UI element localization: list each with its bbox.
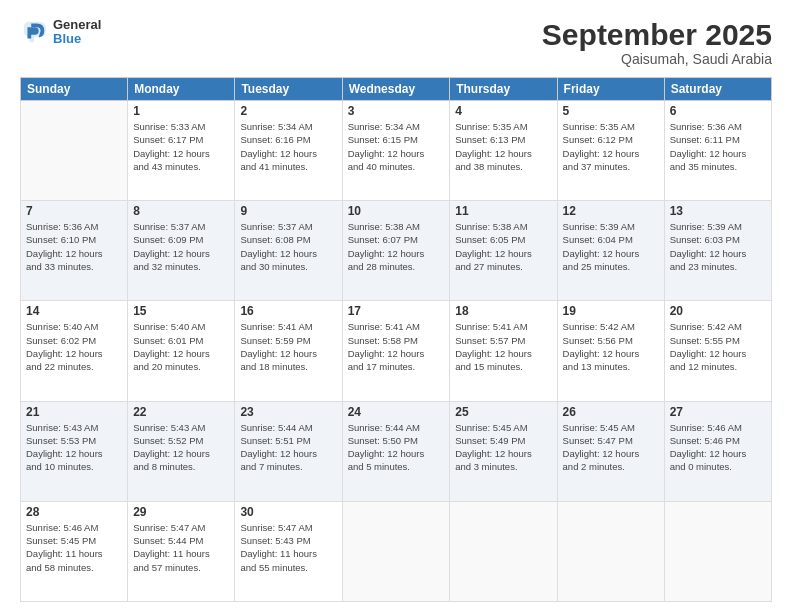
day-number: 25 bbox=[455, 405, 551, 419]
day-info: Sunrise: 5:43 AM Sunset: 5:53 PM Dayligh… bbox=[26, 421, 122, 474]
day-number: 21 bbox=[26, 405, 122, 419]
calendar-table: SundayMondayTuesdayWednesdayThursdayFrid… bbox=[20, 77, 772, 602]
calendar-cell bbox=[664, 501, 771, 601]
calendar-cell: 19Sunrise: 5:42 AM Sunset: 5:56 PM Dayli… bbox=[557, 301, 664, 401]
calendar-cell: 8Sunrise: 5:37 AM Sunset: 6:09 PM Daylig… bbox=[128, 201, 235, 301]
calendar-cell: 21Sunrise: 5:43 AM Sunset: 5:53 PM Dayli… bbox=[21, 401, 128, 501]
day-info: Sunrise: 5:42 AM Sunset: 5:56 PM Dayligh… bbox=[563, 320, 659, 373]
calendar-cell: 29Sunrise: 5:47 AM Sunset: 5:44 PM Dayli… bbox=[128, 501, 235, 601]
day-number: 12 bbox=[563, 204, 659, 218]
calendar-cell: 25Sunrise: 5:45 AM Sunset: 5:49 PM Dayli… bbox=[450, 401, 557, 501]
day-info: Sunrise: 5:41 AM Sunset: 5:57 PM Dayligh… bbox=[455, 320, 551, 373]
calendar-cell: 22Sunrise: 5:43 AM Sunset: 5:52 PM Dayli… bbox=[128, 401, 235, 501]
logo: General Blue bbox=[20, 18, 101, 47]
calendar-header-friday: Friday bbox=[557, 78, 664, 101]
calendar-cell: 16Sunrise: 5:41 AM Sunset: 5:59 PM Dayli… bbox=[235, 301, 342, 401]
day-info: Sunrise: 5:37 AM Sunset: 6:08 PM Dayligh… bbox=[240, 220, 336, 273]
calendar-cell: 14Sunrise: 5:40 AM Sunset: 6:02 PM Dayli… bbox=[21, 301, 128, 401]
day-info: Sunrise: 5:39 AM Sunset: 6:04 PM Dayligh… bbox=[563, 220, 659, 273]
calendar-cell: 26Sunrise: 5:45 AM Sunset: 5:47 PM Dayli… bbox=[557, 401, 664, 501]
day-number: 2 bbox=[240, 104, 336, 118]
logo-blue: Blue bbox=[53, 32, 101, 46]
calendar-cell: 6Sunrise: 5:36 AM Sunset: 6:11 PM Daylig… bbox=[664, 101, 771, 201]
calendar-cell: 27Sunrise: 5:46 AM Sunset: 5:46 PM Dayli… bbox=[664, 401, 771, 501]
calendar-week-row: 1Sunrise: 5:33 AM Sunset: 6:17 PM Daylig… bbox=[21, 101, 772, 201]
calendar-header-sunday: Sunday bbox=[21, 78, 128, 101]
day-info: Sunrise: 5:45 AM Sunset: 5:49 PM Dayligh… bbox=[455, 421, 551, 474]
logo-general: General bbox=[53, 18, 101, 32]
day-number: 27 bbox=[670, 405, 766, 419]
calendar-cell: 5Sunrise: 5:35 AM Sunset: 6:12 PM Daylig… bbox=[557, 101, 664, 201]
calendar-cell: 20Sunrise: 5:42 AM Sunset: 5:55 PM Dayli… bbox=[664, 301, 771, 401]
day-number: 19 bbox=[563, 304, 659, 318]
day-info: Sunrise: 5:35 AM Sunset: 6:13 PM Dayligh… bbox=[455, 120, 551, 173]
day-info: Sunrise: 5:41 AM Sunset: 5:59 PM Dayligh… bbox=[240, 320, 336, 373]
day-number: 20 bbox=[670, 304, 766, 318]
calendar-cell: 28Sunrise: 5:46 AM Sunset: 5:45 PM Dayli… bbox=[21, 501, 128, 601]
title-block: September 2025 Qaisumah, Saudi Arabia bbox=[542, 18, 772, 67]
day-info: Sunrise: 5:36 AM Sunset: 6:10 PM Dayligh… bbox=[26, 220, 122, 273]
calendar-header-monday: Monday bbox=[128, 78, 235, 101]
calendar-header-tuesday: Tuesday bbox=[235, 78, 342, 101]
day-info: Sunrise: 5:46 AM Sunset: 5:45 PM Dayligh… bbox=[26, 521, 122, 574]
calendar-week-row: 21Sunrise: 5:43 AM Sunset: 5:53 PM Dayli… bbox=[21, 401, 772, 501]
day-info: Sunrise: 5:40 AM Sunset: 6:01 PM Dayligh… bbox=[133, 320, 229, 373]
calendar-header-row: SundayMondayTuesdayWednesdayThursdayFrid… bbox=[21, 78, 772, 101]
calendar-cell: 18Sunrise: 5:41 AM Sunset: 5:57 PM Dayli… bbox=[450, 301, 557, 401]
day-info: Sunrise: 5:36 AM Sunset: 6:11 PM Dayligh… bbox=[670, 120, 766, 173]
calendar-cell: 24Sunrise: 5:44 AM Sunset: 5:50 PM Dayli… bbox=[342, 401, 450, 501]
day-info: Sunrise: 5:38 AM Sunset: 6:07 PM Dayligh… bbox=[348, 220, 445, 273]
calendar-cell: 15Sunrise: 5:40 AM Sunset: 6:01 PM Dayli… bbox=[128, 301, 235, 401]
day-info: Sunrise: 5:44 AM Sunset: 5:51 PM Dayligh… bbox=[240, 421, 336, 474]
day-number: 14 bbox=[26, 304, 122, 318]
day-number: 1 bbox=[133, 104, 229, 118]
calendar-cell: 2Sunrise: 5:34 AM Sunset: 6:16 PM Daylig… bbox=[235, 101, 342, 201]
day-number: 8 bbox=[133, 204, 229, 218]
calendar-header-thursday: Thursday bbox=[450, 78, 557, 101]
day-number: 11 bbox=[455, 204, 551, 218]
day-info: Sunrise: 5:45 AM Sunset: 5:47 PM Dayligh… bbox=[563, 421, 659, 474]
day-number: 10 bbox=[348, 204, 445, 218]
day-info: Sunrise: 5:41 AM Sunset: 5:58 PM Dayligh… bbox=[348, 320, 445, 373]
calendar-cell: 23Sunrise: 5:44 AM Sunset: 5:51 PM Dayli… bbox=[235, 401, 342, 501]
calendar-cell: 10Sunrise: 5:38 AM Sunset: 6:07 PM Dayli… bbox=[342, 201, 450, 301]
calendar-cell bbox=[342, 501, 450, 601]
day-number: 28 bbox=[26, 505, 122, 519]
calendar-week-row: 28Sunrise: 5:46 AM Sunset: 5:45 PM Dayli… bbox=[21, 501, 772, 601]
day-info: Sunrise: 5:37 AM Sunset: 6:09 PM Dayligh… bbox=[133, 220, 229, 273]
calendar-cell: 3Sunrise: 5:34 AM Sunset: 6:15 PM Daylig… bbox=[342, 101, 450, 201]
day-info: Sunrise: 5:40 AM Sunset: 6:02 PM Dayligh… bbox=[26, 320, 122, 373]
day-info: Sunrise: 5:38 AM Sunset: 6:05 PM Dayligh… bbox=[455, 220, 551, 273]
day-number: 29 bbox=[133, 505, 229, 519]
calendar-cell: 30Sunrise: 5:47 AM Sunset: 5:43 PM Dayli… bbox=[235, 501, 342, 601]
calendar-cell bbox=[21, 101, 128, 201]
day-number: 3 bbox=[348, 104, 445, 118]
day-number: 16 bbox=[240, 304, 336, 318]
calendar-cell: 13Sunrise: 5:39 AM Sunset: 6:03 PM Dayli… bbox=[664, 201, 771, 301]
day-info: Sunrise: 5:44 AM Sunset: 5:50 PM Dayligh… bbox=[348, 421, 445, 474]
day-number: 5 bbox=[563, 104, 659, 118]
logo-text: General Blue bbox=[53, 18, 101, 47]
calendar-cell: 7Sunrise: 5:36 AM Sunset: 6:10 PM Daylig… bbox=[21, 201, 128, 301]
calendar-cell: 11Sunrise: 5:38 AM Sunset: 6:05 PM Dayli… bbox=[450, 201, 557, 301]
calendar-header-wednesday: Wednesday bbox=[342, 78, 450, 101]
calendar-cell: 1Sunrise: 5:33 AM Sunset: 6:17 PM Daylig… bbox=[128, 101, 235, 201]
calendar-cell: 17Sunrise: 5:41 AM Sunset: 5:58 PM Dayli… bbox=[342, 301, 450, 401]
page-header: General Blue September 2025 Qaisumah, Sa… bbox=[20, 18, 772, 67]
day-number: 24 bbox=[348, 405, 445, 419]
day-number: 17 bbox=[348, 304, 445, 318]
day-info: Sunrise: 5:47 AM Sunset: 5:44 PM Dayligh… bbox=[133, 521, 229, 574]
day-number: 15 bbox=[133, 304, 229, 318]
calendar-cell bbox=[450, 501, 557, 601]
calendar-cell bbox=[557, 501, 664, 601]
location-subtitle: Qaisumah, Saudi Arabia bbox=[542, 51, 772, 67]
calendar-cell: 9Sunrise: 5:37 AM Sunset: 6:08 PM Daylig… bbox=[235, 201, 342, 301]
day-number: 22 bbox=[133, 405, 229, 419]
day-number: 30 bbox=[240, 505, 336, 519]
day-info: Sunrise: 5:35 AM Sunset: 6:12 PM Dayligh… bbox=[563, 120, 659, 173]
calendar-week-row: 14Sunrise: 5:40 AM Sunset: 6:02 PM Dayli… bbox=[21, 301, 772, 401]
day-number: 7 bbox=[26, 204, 122, 218]
day-info: Sunrise: 5:43 AM Sunset: 5:52 PM Dayligh… bbox=[133, 421, 229, 474]
day-number: 9 bbox=[240, 204, 336, 218]
month-title: September 2025 bbox=[542, 18, 772, 51]
